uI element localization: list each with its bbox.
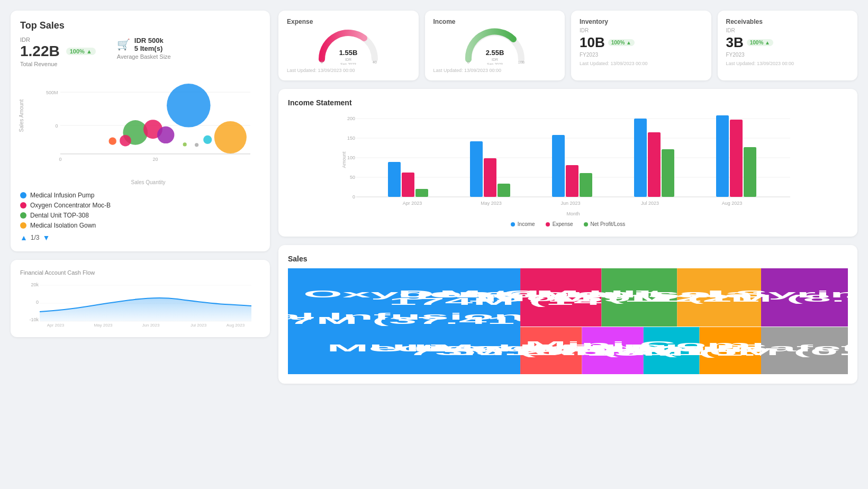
page-indicator: 1/3 [31,234,40,241]
kpi-row: Expense 1.55B IDR Sep 2023 [278,11,857,80]
income-gauge: 2.55B IDR Sep 2023 0 10B [433,28,557,65]
revenue-currency: IDR [20,37,96,43]
cashflow-card: Financial Account Cash Flow 20k 0 -10k [11,260,270,337]
svg-text:Sep 2023: Sep 2023 [340,62,356,65]
svg-text:0: 0 [467,60,469,64]
basket-currency: IDR 500k [134,37,164,44]
svg-rect-54 [484,158,496,197]
left-column: Top Sales IDR 1.22B 100% ▲ Total Revenue… [11,11,270,384]
legend-dot-1 [20,192,26,198]
legend-label-1: Medical Infusion Pump [30,192,94,199]
svg-rect-65 [716,115,729,197]
inventory-badge: 100% ▲ [608,39,635,46]
svg-point-14 [214,121,247,153]
sales-title: Sales [288,255,848,263]
pagination: ▲ 1/3 ▼ [20,233,260,242]
basket-metric: 🛒 IDR 500k 5 Item(s) Average Basket Size [117,37,171,60]
svg-text:0: 0 [352,194,355,200]
svg-text:Month: Month [566,211,580,216]
svg-rect-58 [566,165,578,197]
svg-text:Aug 2023: Aug 2023 [227,323,245,328]
svg-text:IDR: IDR [345,58,351,61]
legend-item-2: Oxygen Concentrator Moc-B [20,202,260,209]
svg-rect-67 [744,147,756,197]
inventory-period: FY2023 [580,52,703,58]
legend-dot-2 [20,202,26,209]
svg-text:Jun 2023: Jun 2023 [142,323,160,328]
svg-rect-59 [580,173,592,197]
legend-dot-income [511,222,515,227]
svg-point-15 [183,142,187,146]
legend-dot-expense [546,222,550,227]
bubble-chart: 500M 0 0 20 [41,73,255,178]
svg-point-7 [167,84,211,128]
svg-rect-57 [552,135,565,197]
revenue-value: 1.22B [20,43,60,60]
inventory-currency: IDR [580,28,703,33]
receivables-title: Receivables [726,18,849,25]
svg-text:0: 0 [59,157,61,162]
expense-kpi: Expense 1.55B IDR Sep 2023 [278,11,419,80]
top-sales-metrics: IDR 1.22B 100% ▲ Total Revenue 🛒 IDR 500… [20,37,260,67]
legend-item-3: Dental Unit TOP-308 [20,212,260,219]
svg-text:0: 0 [321,60,323,64]
svg-rect-53 [470,141,483,197]
receivables-value: 3B [726,34,744,51]
svg-point-11 [120,135,131,147]
legend-label-4: Medical Isolation Gown [30,222,96,229]
svg-text:Apr 2023: Apr 2023 [47,323,65,328]
svg-text:May 2023: May 2023 [481,201,502,206]
svg-point-13 [203,135,212,144]
svg-point-16 [195,143,198,147]
svg-text:100: 100 [347,155,355,160]
svg-text:10B: 10B [518,60,525,64]
top-sales-title: Top Sales [20,20,260,31]
inventory-title: Inventory [580,18,703,25]
receivables-currency: IDR [726,28,849,33]
svg-text:0: 0 [36,300,39,305]
legend-profit: Net Profit/Loss [584,221,626,227]
axis-y-label: Sales Amount [19,99,24,132]
income-title: Income [433,18,557,25]
bubble-chart-container: Sales Amount 500M 0 0 20 [20,73,260,185]
legend-dot-3 [20,212,26,219]
svg-point-12 [108,137,116,144]
svg-text:50: 50 [350,175,355,180]
income-statement-chart: 200 150 100 50 0 Apr 2023 [288,112,848,218]
svg-text:Jul 2023: Jul 2023 [641,201,659,206]
axis-x-label: Sales Quantity [36,179,260,185]
top-sales-card: Top Sales IDR 1.22B 100% ▲ Total Revenue… [11,11,270,251]
cashflow-title: Financial Account Cash Flow [20,269,260,276]
legend-income: Income [511,221,535,227]
legend-dot-4 [20,222,26,229]
legend-income-label: Income [518,221,535,227]
svg-text:122M (8.98%): 122M (8.98%) [646,293,848,303]
svg-rect-62 [648,132,661,197]
svg-rect-55 [498,184,510,197]
income-kpi: Income 2.55B IDR Sep 2023 [425,11,565,80]
svg-text:Amount: Amount [341,151,347,168]
next-arrow[interactable]: ▼ [43,233,50,242]
receivables-updated: Last Updated: 13/09/2023 00:00 [726,61,849,66]
receivables-kpi: Receivables IDR 3B 100% ▲ FY2023 Last Up… [718,11,858,80]
legend: Medical Infusion Pump Oxygen Concentrato… [20,192,260,229]
svg-text:-10k: -10k [29,317,39,322]
svg-text:Apr 2023: Apr 2023 [403,201,422,206]
legend-label-3: Dental Unit TOP-308 [30,212,89,219]
income-updated: Last Updated: 13/09/2023 00:00 [433,68,557,73]
legend-expense-label: Expense [553,221,573,227]
income-statement-legend: Income Expense Net Profit/Loss [288,221,848,227]
sales-treemap: Medical Infusion Pump 457M (37.41%) Oxyg… [288,268,848,374]
svg-text:Sep 2023: Sep 2023 [487,62,503,65]
basket-label: Average Basket Size [117,53,171,60]
svg-text:Jun 2023: Jun 2023 [560,201,580,206]
svg-text:0: 0 [55,123,58,129]
svg-text:1.55B: 1.55B [339,49,358,57]
expense-gauge: 1.55B IDR Sep 2023 0 40 [287,28,410,65]
receivables-period: FY2023 [726,52,849,58]
legend-expense: Expense [546,221,573,227]
prev-arrow[interactable]: ▲ [20,233,28,242]
cashflow-chart: 20k 0 -10k [20,280,260,328]
legend-dot-profit [584,222,588,227]
svg-text:IDR: IDR [492,58,498,61]
